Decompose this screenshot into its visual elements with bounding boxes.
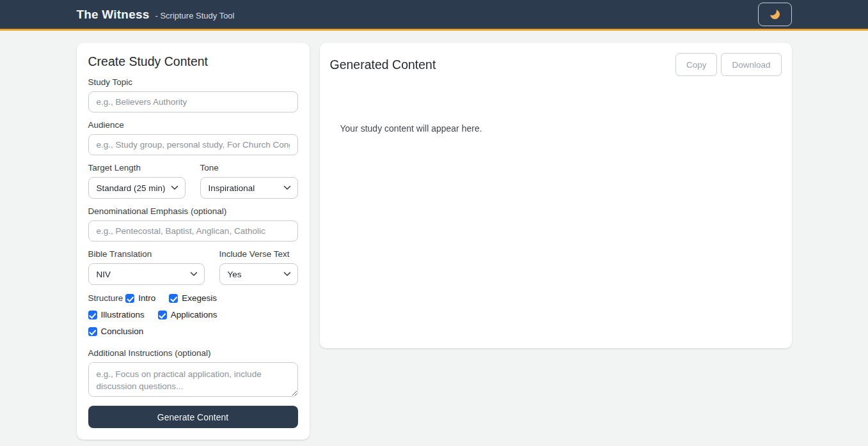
tone-label: Tone: [200, 164, 298, 173]
empty-state-message: Your study content will appear here.: [340, 123, 771, 134]
audience-field: Audience: [88, 121, 298, 155]
applications-checkbox-label: Applications: [171, 310, 217, 320]
structure-option-illustrations[interactable]: Illustrations: [88, 310, 145, 320]
tone-select[interactable]: Inspirational: [200, 177, 298, 199]
theme-toggle-button[interactable]: [758, 3, 792, 26]
intro-checkbox-label: Intro: [138, 293, 155, 304]
structure-row-1: Structure Intro Exegesis: [88, 293, 298, 304]
include-verse-text-select[interactable]: Yes: [219, 263, 298, 285]
create-study-card: Create Study Content Study Topic Audienc…: [77, 43, 310, 440]
additional-instructions-label: Additional Instructions (optional): [88, 349, 298, 358]
denominational-emphasis-label: Denominational Emphasis (optional): [88, 207, 298, 216]
bible-translation-select[interactable]: NIV: [88, 263, 205, 285]
structure-label: Structure: [88, 293, 123, 304]
output-body: Your study content will appear here.: [330, 123, 782, 134]
translation-verse-row: Bible Translation NIV Include Verse Text…: [88, 250, 298, 285]
conclusion-checkbox-label: Conclusion: [101, 327, 144, 337]
conclusion-checkbox[interactable]: [88, 327, 97, 336]
output-actions: Copy Download: [675, 53, 782, 76]
audience-input[interactable]: [88, 134, 298, 155]
tone-select-wrap: Inspirational: [200, 177, 298, 199]
length-tone-row: Target Length Standard (25 min) Tone Ins…: [88, 164, 298, 199]
study-topic-field: Study Topic: [88, 78, 298, 112]
target-length-label: Target Length: [88, 164, 185, 173]
bible-translation-label: Bible Translation: [88, 250, 205, 259]
app-subtitle: - Scripture Study Tool: [155, 11, 234, 20]
study-topic-input[interactable]: [88, 91, 298, 112]
generated-content-card: Generated Content Copy Download Your stu…: [320, 43, 792, 348]
denominational-emphasis-input[interactable]: [88, 220, 298, 242]
include-verse-text-label: Include Verse Text: [219, 250, 298, 259]
bible-translation-select-wrap: NIV: [88, 263, 205, 285]
target-length-select-wrap: Standard (25 min): [88, 177, 185, 199]
structure-option-exegesis[interactable]: Exegesis: [169, 293, 217, 304]
audience-label: Audience: [88, 121, 298, 130]
moon-icon: [770, 10, 780, 19]
include-verse-text-select-wrap: Yes: [219, 263, 298, 285]
structure-option-applications[interactable]: Applications: [158, 310, 217, 320]
target-length-field: Target Length Standard (25 min): [88, 164, 185, 199]
exegesis-checkbox[interactable]: [169, 294, 178, 303]
structure-option-conclusion[interactable]: Conclusion: [88, 327, 144, 337]
copy-button[interactable]: Copy: [675, 53, 718, 76]
intro-checkbox[interactable]: [125, 294, 134, 303]
additional-instructions-field: Additional Instructions (optional): [88, 349, 298, 399]
study-topic-label: Study Topic: [88, 78, 298, 87]
main-content: Create Study Content Study Topic Audienc…: [77, 43, 792, 440]
illustrations-checkbox-label: Illustrations: [101, 310, 145, 320]
structure-row-3: Conclusion: [88, 327, 298, 337]
bible-translation-field: Bible Translation NIV: [88, 250, 205, 285]
target-length-select[interactable]: Standard (25 min): [88, 177, 185, 199]
applications-checkbox[interactable]: [158, 311, 167, 319]
form-title: Create Study Content: [88, 54, 298, 69]
tone-field: Tone Inspirational: [200, 164, 298, 199]
app-header: The Witness - Scripture Study Tool: [0, 0, 868, 31]
structure-group: Structure Intro Exegesis Illustrations: [88, 293, 298, 337]
additional-instructions-textarea[interactable]: [88, 362, 298, 397]
brand: The Witness - Scripture Study Tool: [77, 8, 235, 22]
header-inner: The Witness - Scripture Study Tool: [77, 3, 792, 26]
denominational-emphasis-field: Denominational Emphasis (optional): [88, 207, 298, 242]
illustrations-checkbox[interactable]: [88, 311, 97, 319]
generate-content-button[interactable]: Generate Content: [88, 406, 298, 428]
structure-row-2: Illustrations Applications: [88, 310, 298, 320]
output-header: Generated Content Copy Download: [330, 53, 782, 76]
exegesis-checkbox-label: Exegesis: [182, 293, 217, 304]
include-verse-text-field: Include Verse Text Yes: [219, 250, 298, 285]
download-button[interactable]: Download: [721, 53, 781, 76]
output-title: Generated Content: [330, 58, 436, 72]
app-title: The Witness: [77, 8, 150, 22]
structure-option-intro[interactable]: Intro: [125, 293, 155, 304]
